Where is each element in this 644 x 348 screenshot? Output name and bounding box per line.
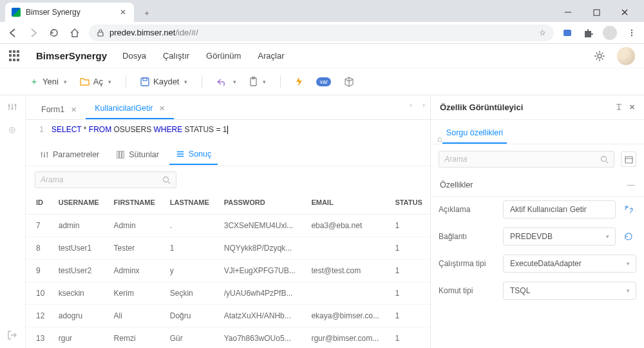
app-grid-icon[interactable] [9, 50, 21, 62]
cell: 1 [164, 237, 218, 260]
cell: AtatzXuXH/ANHb... [218, 305, 305, 327]
result-search-box[interactable] [35, 171, 176, 188]
pin-icon[interactable] [615, 103, 623, 111]
property-viewer-header: Özellik Görüntüleyici ✕ [431, 95, 644, 120]
prop-label: Açıklama [439, 205, 498, 214]
close-icon[interactable]: ✕ [159, 104, 165, 113]
new-tab-button[interactable]: ＋ [138, 4, 156, 22]
table-row[interactable]: 8testUser1Tester1NQYykk8P/Dzyqk...1 [26, 237, 430, 260]
new-button[interactable]: ＋Yeni▾ [28, 73, 68, 90]
result-tab-result[interactable]: Sonuç [169, 144, 218, 165]
profile-avatar-icon[interactable] [603, 26, 617, 40]
cube-icon[interactable] [343, 74, 355, 90]
table-row[interactable]: 9testUser2AdminxyVJl+EugXPFG7UB...test@t… [26, 260, 430, 282]
column-header[interactable]: ID [26, 191, 52, 215]
clipboard-button[interactable]: ▾ [248, 74, 267, 89]
property-subtabs: ⌂ Sorgu özellikleri [431, 120, 644, 144]
menu-tools[interactable]: Araçlar [258, 51, 284, 61]
cell: NQYykk8P/Dzyqk... [218, 237, 305, 260]
menu-run[interactable]: Çalıştır [163, 51, 189, 61]
cell: Adminx [108, 260, 164, 282]
table-row[interactable]: 13rgurRemziGürYao7h863wOUo5...rgur@bimse… [26, 327, 430, 348]
tab-label: KullanicilariGetir [95, 104, 153, 113]
result-tab-columns[interactable]: Sütunlar [109, 145, 166, 164]
puzzle-icon[interactable] [582, 27, 594, 39]
star-icon[interactable]: ☆ [539, 28, 546, 37]
cell: VJl+EugXPFG7UB... [218, 260, 305, 282]
cell: Admin [108, 215, 164, 237]
app-name: BimserSynergy [36, 50, 107, 61]
column-header[interactable]: USERNAME [52, 191, 108, 215]
column-header[interactable]: FIRSTNAME [108, 191, 164, 215]
reload-button[interactable] [48, 26, 61, 39]
chevron-down-icon: ▾ [627, 287, 630, 294]
cell: 1 [388, 260, 430, 282]
menu-file[interactable]: Dosya [122, 51, 146, 61]
result-search-input[interactable] [41, 175, 162, 184]
column-header[interactable]: LASTNAME [164, 191, 218, 215]
window-minimize-button[interactable] [554, 3, 582, 22]
subtab-query-props[interactable]: Sorgu özellikleri [442, 122, 507, 144]
cell: 3CXSeNEMU4Uxl... [218, 215, 305, 237]
close-icon[interactable]: ✕ [71, 106, 77, 114]
refresh-icon[interactable] [621, 229, 636, 244]
left-rail [0, 95, 26, 348]
tok-col: STATUS [185, 125, 214, 134]
user-avatar-icon[interactable] [617, 47, 635, 65]
translate-icon[interactable] [621, 202, 636, 217]
window-close-button[interactable] [611, 3, 639, 22]
tab-next-icon[interactable]: › [422, 101, 425, 110]
table-row[interactable]: 7adminAdmin.3CXSeNEMU4Uxl...eba3@eba.net… [26, 215, 430, 237]
column-header[interactable]: STATUS [388, 191, 430, 215]
tab-form1[interactable]: Form1✕ [32, 99, 86, 119]
tab-prev-icon[interactable]: ‹ [410, 101, 412, 110]
table-row[interactable]: 12adogruAliDoğruAtatzXuXH/ANHb...ekaya@b… [26, 305, 430, 327]
extension-icon[interactable] [562, 27, 573, 39]
table-row[interactable]: 10kseckinKerimSeçkin/yUAU6wh4PzPfB...1 [26, 282, 430, 305]
column-header[interactable]: EMAIL [305, 191, 388, 215]
address-bar: predev.bimser.net/ide/#/ ☆ [0, 22, 644, 44]
settings-alt-icon[interactable] [7, 125, 19, 137]
url-field[interactable]: predev.bimser.net/ide/#/ ☆ [89, 24, 554, 41]
description-input[interactable] [503, 200, 616, 218]
execution-type-select[interactable] [503, 255, 636, 273]
result-grid[interactable]: IDUSERNAMEFIRSTNAMELASTNAMEPASSWORDEMAIL… [26, 191, 430, 348]
home-icon[interactable]: ⌂ [437, 134, 442, 144]
gear-icon[interactable] [594, 50, 605, 62]
close-panel-icon[interactable]: ✕ [629, 103, 635, 111]
calendar-icon[interactable] [621, 151, 636, 167]
result-tab-params[interactable]: Parametreler [33, 145, 106, 164]
property-search-row [431, 144, 644, 174]
command-type-select[interactable] [503, 282, 636, 300]
open-button[interactable]: Aç▾ [79, 74, 113, 89]
var-badge[interactable]: var [315, 75, 332, 89]
undo-button[interactable]: ▾ [215, 75, 238, 89]
close-tab-icon[interactable]: ✕ [118, 8, 128, 17]
tab-kullanicilarigetir[interactable]: KullanicilariGetir✕ [86, 98, 174, 119]
rtab-label: Parametreler [53, 150, 99, 159]
prop-command-type: Komut tipi ▾ [439, 282, 636, 300]
property-search-box[interactable] [439, 151, 614, 168]
browser-tab[interactable]: Bimser Synergy ✕ [5, 3, 134, 22]
window-maximize-button[interactable] [582, 3, 611, 22]
open-label: Aç [93, 77, 103, 86]
menu-view[interactable]: Görünüm [206, 51, 241, 61]
run-button[interactable] [294, 74, 305, 90]
connection-select[interactable] [503, 227, 616, 246]
prop-connection: Bağlantı ▾ [439, 227, 636, 246]
svg-point-9 [598, 54, 601, 58]
kebab-menu-icon[interactable] [626, 27, 638, 39]
home-button[interactable] [68, 26, 81, 39]
exit-icon[interactable] [7, 330, 19, 342]
kw-where: WHERE [154, 125, 183, 134]
back-button[interactable] [6, 26, 19, 39]
collapse-icon[interactable]: — [627, 180, 636, 189]
prop-execution-type: Çalıştırma tipi ▾ [439, 255, 636, 273]
sliders-icon[interactable] [7, 102, 19, 113]
forward-button[interactable] [27, 26, 40, 39]
property-search-input[interactable] [444, 155, 600, 164]
sql-editor[interactable]: 1 SELECT * FROM OSUSERS WHERE STATUS = 1 [26, 120, 430, 143]
save-button[interactable]: Kaydet▾ [139, 74, 189, 89]
properties-section-header[interactable]: Özellikler — [431, 174, 644, 197]
column-header[interactable]: PASSWORD [218, 191, 305, 215]
